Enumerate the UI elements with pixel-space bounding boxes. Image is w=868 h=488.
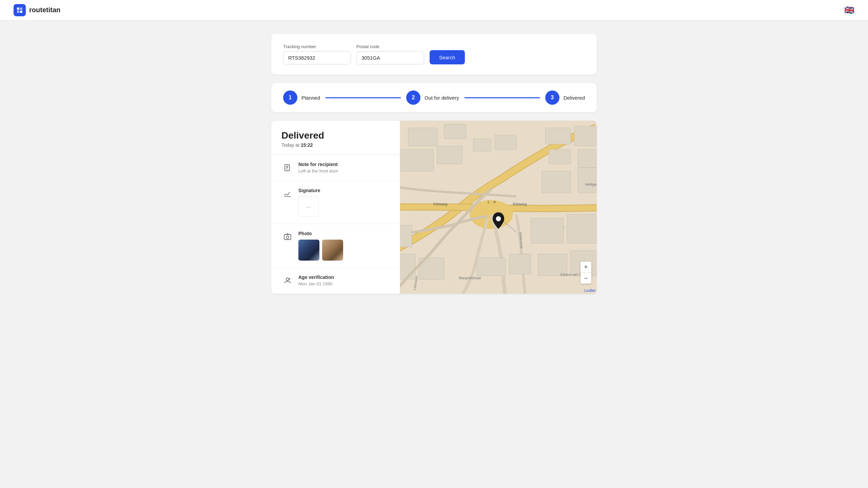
note-content: Note for recipient Left at the front doo…	[298, 162, 390, 174]
zoom-out-button[interactable]: −	[580, 273, 591, 284]
age-icon	[281, 274, 294, 287]
svg-rect-0	[17, 7, 19, 10]
header: routetitan 🇬🇧	[0, 0, 868, 20]
delivery-header: Delivered Today at 15:22	[271, 121, 400, 155]
svg-rect-28	[574, 126, 597, 146]
svg-text:Kleiweg: Kleiweg	[433, 202, 447, 206]
svg-rect-33	[531, 218, 564, 243]
svg-rect-22	[444, 124, 466, 139]
svg-rect-27	[545, 128, 571, 144]
note-subtitle: Left at the front door	[298, 168, 390, 174]
step-circle-2: 2	[406, 90, 420, 105]
svg-rect-21	[408, 128, 437, 146]
signature-icon	[281, 188, 294, 200]
step-3: 3 Delivered	[545, 90, 585, 105]
map-svg: Kleiweg Kleiweg Elektroweg Burgemeester …	[400, 121, 597, 294]
step-1: 1 Planned	[283, 90, 320, 105]
progress-card: 1 Planned 2 Out for delivery 3 Delivered	[271, 83, 597, 112]
step-circle-3: 3	[545, 90, 559, 105]
signature-title: Signature	[298, 188, 390, 193]
age-content: Age verification Mon Jan 01 1990	[298, 274, 390, 286]
delivery-title: Delivered	[281, 130, 390, 141]
tracking-field-group: Tracking number	[283, 44, 351, 64]
flag-icon: 🇬🇧	[844, 5, 854, 15]
leaflet-attribution: Leaflet	[584, 288, 595, 292]
age-subtitle: Mon Jan 01 1990	[298, 281, 390, 286]
photo-icon	[281, 231, 294, 243]
svg-rect-24	[437, 146, 462, 164]
svg-rect-2	[17, 11, 19, 13]
photo-content: Photo	[298, 231, 390, 261]
tracking-input[interactable]	[283, 51, 351, 64]
zoom-in-button[interactable]: +	[580, 262, 591, 272]
svg-rect-29	[549, 149, 571, 164]
svg-text:⊞: ⊞	[493, 200, 496, 204]
svg-rect-32	[578, 167, 597, 193]
age-title: Age verification	[298, 274, 390, 280]
svg-rect-23	[400, 149, 433, 171]
postal-field-group: Postal code	[356, 44, 424, 64]
photo-thumbnails	[298, 240, 390, 261]
svg-rect-30	[578, 149, 597, 167]
detail-age: Age verification Mon Jan 01 1990	[271, 268, 400, 294]
logo-text: routetitan	[29, 6, 60, 14]
photo-thumb-2[interactable]	[322, 240, 343, 261]
main-content: Tracking number Postal code Search 1 Pla…	[264, 20, 604, 307]
detail-signature: Signature	[271, 181, 400, 224]
step-circle-1: 1	[283, 90, 297, 105]
step-label-2: Out for delivery	[425, 95, 459, 101]
search-card: Tracking number Postal code Search	[271, 34, 597, 75]
progress-line-1	[326, 97, 401, 98]
note-icon	[281, 162, 294, 174]
postal-label: Postal code	[356, 44, 424, 49]
svg-rect-3	[20, 11, 22, 13]
search-button[interactable]: Search	[430, 50, 465, 64]
bottom-section: Delivered Today at 15:22 Note for recip	[271, 121, 597, 294]
delivery-time: Today at 15:22	[281, 142, 390, 148]
svg-text:Heiligerlandlaan: Heiligerlandlaan	[585, 182, 597, 186]
photo-thumb-1[interactable]	[298, 240, 319, 261]
svg-rect-31	[542, 171, 571, 193]
svg-rect-25	[473, 139, 491, 151]
step-label-1: Planned	[301, 95, 320, 101]
map-area: Kleiweg Kleiweg Elektroweg Burgemeester …	[400, 121, 597, 294]
step-2: 2 Out for delivery	[406, 90, 459, 105]
map-controls: + −	[580, 262, 591, 284]
detail-photo: Photo	[271, 224, 400, 268]
step-label-3: Delivered	[564, 95, 585, 101]
detail-note: Note for recipient Left at the front doo…	[271, 155, 400, 181]
svg-rect-34	[567, 215, 597, 243]
svg-point-50	[496, 216, 501, 221]
progress-line-2	[465, 97, 540, 98]
tracking-label: Tracking number	[283, 44, 351, 49]
logo-area: routetitan	[14, 4, 60, 16]
signature-content: Signature	[298, 188, 390, 217]
svg-rect-1	[20, 7, 22, 10]
logo-icon	[14, 4, 26, 16]
svg-text:||: ||	[488, 200, 489, 204]
postal-input[interactable]	[356, 51, 424, 64]
svg-rect-26	[495, 135, 516, 150]
photo-title: Photo	[298, 231, 390, 236]
svg-text:Kleiweg: Kleiweg	[513, 202, 527, 206]
left-panel: Delivered Today at 15:22 Note for recip	[271, 121, 400, 294]
svg-rect-38	[509, 254, 531, 274]
leaflet-link[interactable]: Leaflet	[584, 288, 595, 292]
delivery-time-value: 15:22	[301, 142, 313, 148]
svg-rect-39	[400, 225, 412, 247]
search-fields: Tracking number Postal code Search	[283, 44, 585, 64]
note-title: Note for recipient	[298, 162, 390, 167]
svg-rect-37	[477, 258, 506, 276]
svg-point-11	[286, 278, 289, 281]
svg-text:Margrietstraat: Margrietstraat	[459, 276, 481, 280]
signature-box	[298, 197, 319, 217]
svg-point-10	[286, 236, 289, 239]
